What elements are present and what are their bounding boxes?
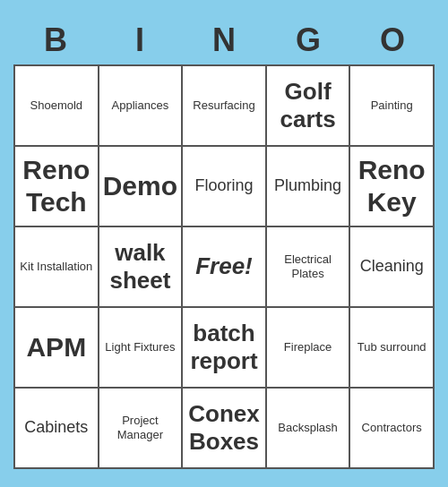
cell-text: Contractors <box>362 421 422 435</box>
cell-r3-c1: Light Fixtures <box>99 308 182 387</box>
cell-text: Reno Key <box>354 154 429 218</box>
header-letter: O <box>350 18 435 63</box>
cell-text: Cabinets <box>24 418 88 438</box>
cell-r2-c4: Cleaning <box>350 227 433 306</box>
cell-r2-c2: Free! <box>183 227 265 306</box>
cell-r4-c0: Cabinets <box>15 389 98 467</box>
cell-text: Backsplash <box>278 421 337 435</box>
cell-r4-c4: Contractors <box>350 389 433 467</box>
cell-text: Light Fixtures <box>105 340 175 355</box>
cell-r3-c4: Tub surround <box>350 308 433 387</box>
bingo-header: BINGO <box>13 18 435 63</box>
cell-r4-c1: Project Manager <box>99 389 182 467</box>
bingo-grid: ShoemoldAppliancesResurfacingGolf cartsP… <box>13 64 435 469</box>
cell-r2-c3: Electrical Plates <box>267 227 349 306</box>
cell-text: Painting <box>371 98 413 113</box>
cell-text: Project Manager <box>103 414 178 441</box>
cell-r3-c2: batch report <box>183 308 265 387</box>
cell-r0-c0: Shoemold <box>15 66 98 145</box>
cell-text: Tub surround <box>358 340 426 355</box>
cell-text: Shoemold <box>30 98 83 113</box>
cell-text: Electrical Plates <box>271 252 346 280</box>
cell-r2-c0: Kit Installation <box>15 227 98 306</box>
cell-text: Resurfacing <box>193 98 254 113</box>
header-letter: G <box>266 18 350 63</box>
cell-r0-c1: Appliances <box>99 66 182 145</box>
cell-text: Fireplace <box>284 340 332 355</box>
cell-text: Plumbing <box>274 176 341 196</box>
cell-text: Free! <box>195 252 253 280</box>
cell-r4-c3: Backsplash <box>267 389 349 467</box>
cell-r1-c2: Flooring <box>183 147 265 226</box>
cell-r0-c2: Resurfacing <box>183 66 265 145</box>
cell-r1-c4: Reno Key <box>350 147 433 226</box>
header-letter: B <box>13 18 98 63</box>
cell-text: Golf carts <box>271 78 346 133</box>
header-letter: I <box>98 18 182 63</box>
cell-r1-c3: Plumbing <box>267 147 349 226</box>
cell-text: APM <box>26 331 86 363</box>
cell-text: Kit Installation <box>20 260 92 274</box>
cell-text: Reno Tech <box>19 154 94 218</box>
cell-r1-c0: Reno Tech <box>15 147 98 226</box>
cell-r0-c4: Painting <box>350 66 433 145</box>
cell-text: Flooring <box>194 176 253 196</box>
cell-r3-c3: Fireplace <box>267 308 349 387</box>
bingo-card: BINGO ShoemoldAppliancesResurfacingGolf … <box>4 9 444 478</box>
cell-text: walk sheet <box>103 239 178 295</box>
cell-text: Conex Boxes <box>186 400 262 456</box>
cell-text: batch report <box>186 320 262 375</box>
cell-text: Appliances <box>112 98 169 113</box>
cell-r2-c1: walk sheet <box>99 227 182 306</box>
cell-r4-c2: Conex Boxes <box>183 389 265 467</box>
cell-r3-c0: APM <box>15 308 98 387</box>
cell-r1-c1: Demo <box>99 147 182 226</box>
cell-r0-c3: Golf carts <box>267 66 349 145</box>
header-letter: N <box>182 18 266 63</box>
cell-text: Cleaning <box>360 257 424 277</box>
cell-text: Demo <box>103 170 177 202</box>
